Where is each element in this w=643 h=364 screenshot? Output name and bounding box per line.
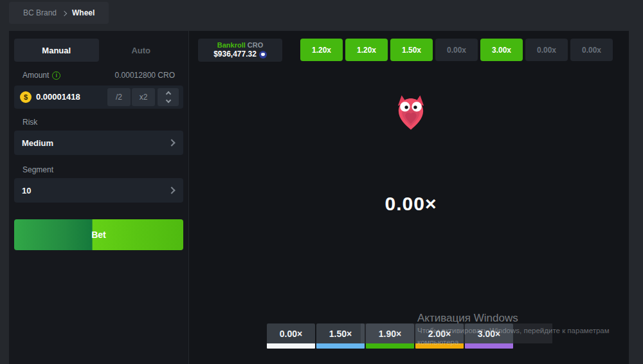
breadcrumb: BC Brand Wheel [9, 2, 109, 24]
bankroll-amount: $936,477.32 [213, 50, 257, 59]
amount-label-text: Amount [23, 71, 49, 80]
amount-stepper[interactable] [158, 88, 179, 106]
dollar-coin-icon: $ [20, 91, 32, 103]
double-amount-button[interactable]: x2 [132, 88, 155, 106]
history-result[interactable]: 1.50x [390, 39, 433, 61]
step-down-icon[interactable] [165, 98, 170, 103]
chevron-right-icon [168, 187, 175, 194]
history-result[interactable]: 0.00x [525, 39, 568, 61]
amount-label: Amount i [23, 71, 60, 80]
segment-dropdown[interactable]: 10 [14, 178, 183, 203]
bankroll-header: Bankroll CRO [217, 41, 264, 50]
game-panel: Manual Auto Amount i 0.00012800 CRO $ 0.… [9, 31, 629, 364]
bet-button[interactable]: Bet [14, 219, 183, 250]
breadcrumb-brand-link[interactable]: BC Brand [23, 8, 57, 17]
legend-color-bar [267, 343, 315, 349]
legend-cell: 0.00× [267, 323, 315, 349]
bankroll-currency: CRO [248, 41, 263, 49]
bankroll-chip[interactable]: Bankroll CRO $936,477.32 [198, 39, 282, 62]
mode-tabs: Manual Auto [14, 39, 183, 62]
chevron-right-icon [168, 139, 175, 146]
result-multiplier: 0.00× [347, 193, 475, 215]
windows-activation-title: Активация Windows [417, 312, 518, 325]
history-result[interactable]: 1.20x [300, 39, 343, 61]
amount-header: Amount i 0.00012800 CRO [14, 71, 183, 80]
balance-amount: 0.00012800 CRO [115, 71, 175, 80]
windows-activation-text: компьютера. [417, 338, 461, 346]
history-result[interactable]: 0.00x [435, 39, 478, 61]
bankroll-label: Bankroll [217, 41, 246, 49]
results-history: 1.20x 1.20x 1.50x 0.00x 3.00x 0.00x 0.00… [300, 39, 613, 61]
windows-activation-text: Чтобы активировать Windows, перейдите к … [417, 327, 629, 334]
legend-label: 0.00× [267, 323, 315, 343]
half-amount-button[interactable]: /2 [107, 88, 131, 106]
legend-cell: 1.50× [316, 323, 365, 349]
risk-label: Risk [23, 118, 37, 127]
breadcrumb-current-page: Wheel [72, 8, 95, 17]
chevron-right-icon [62, 10, 67, 15]
legend-label: 1.50× [316, 323, 365, 343]
segment-value: 10 [22, 186, 31, 196]
amount-input[interactable]: 0.00001418 [36, 86, 80, 109]
info-icon[interactable]: i [52, 71, 60, 80]
wheel-game-page: BC Brand Wheel Manual Auto Amount i 0.00… [0, 0, 643, 364]
history-result[interactable]: 0.00x [570, 39, 613, 61]
legend-color-bar [465, 343, 513, 349]
tab-auto[interactable]: Auto [99, 39, 184, 62]
game-area: Bankroll CRO $936,477.32 1.20x 1.20x 1.5… [190, 31, 629, 364]
legend-color-bar [316, 343, 365, 349]
segment-label: Segment [23, 165, 53, 174]
cro-coin-icon [259, 51, 267, 59]
tab-manual[interactable]: Manual [14, 39, 99, 62]
amount-input-row: $ 0.00001418 /2 x2 [14, 86, 183, 109]
risk-value: Medium [22, 138, 53, 148]
risk-dropdown[interactable]: Medium [14, 131, 183, 155]
history-result[interactable]: 3.00x [480, 39, 523, 61]
history-result[interactable]: 1.20x [345, 39, 388, 61]
bankroll-amount-row: $936,477.32 [213, 50, 267, 59]
owl-logo-icon [396, 95, 426, 130]
bet-controls-sidebar: Manual Auto Amount i 0.00012800 CRO $ 0.… [9, 31, 189, 364]
legend-color-bar [366, 343, 414, 349]
step-up-icon[interactable] [165, 91, 170, 96]
